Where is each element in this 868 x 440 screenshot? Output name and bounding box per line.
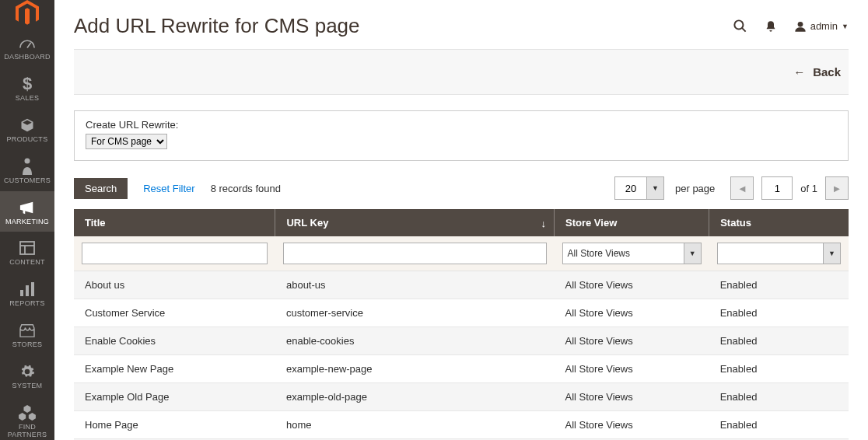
search-icon[interactable] — [733, 19, 747, 33]
cell-store-view: All Store Views — [555, 411, 709, 439]
back-button[interactable]: ← Back — [793, 65, 849, 79]
filter-status-select[interactable]: ▼ — [717, 243, 841, 264]
svg-point-1 — [25, 158, 30, 163]
prev-page-button[interactable]: ◄ — [730, 176, 754, 200]
svg-line-0 — [27, 43, 31, 47]
user-menu-trigger[interactable]: admin ▼ — [794, 20, 849, 33]
cell-title: Customer Service — [74, 299, 275, 327]
create-type-select[interactable]: For CMS page — [86, 134, 167, 149]
table-row[interactable]: Home PagehomeAll Store ViewsEnabled — [74, 411, 849, 439]
nav-customers[interactable]: CUSTOMERS — [0, 150, 54, 191]
nav-label: DASHBOARD — [4, 54, 51, 61]
svg-point-10 — [797, 22, 803, 27]
svg-rect-6 — [26, 285, 29, 296]
megaphone-icon — [19, 199, 36, 216]
col-url-key[interactable]: URL Key↓ — [275, 209, 555, 236]
cms-pages-grid: Title URL Key↓ Store View Status All Sto… — [74, 209, 849, 440]
col-status[interactable]: Status — [709, 209, 849, 236]
create-label: Create URL Rewrite: — [86, 119, 837, 131]
nav-stores[interactable]: STORES — [0, 314, 54, 355]
nav-find-partners-extensions[interactable]: FIND PARTNERS& EXTENSIONS — [0, 396, 54, 440]
cell-status: Enabled — [709, 299, 849, 327]
table-row[interactable]: About usabout-usAll Store ViewsEnabled — [74, 271, 849, 299]
reset-filter-link[interactable]: Reset Filter — [143, 183, 194, 194]
nav-label: MARKETING — [5, 218, 49, 226]
cell-store-view: All Store Views — [555, 327, 709, 355]
svg-point-8 — [734, 20, 743, 29]
per-page-select[interactable]: ▼ — [614, 176, 664, 200]
create-url-rewrite-box: Create URL Rewrite: For CMS page — [74, 110, 849, 161]
chevron-down-icon: ▼ — [684, 243, 701, 264]
table-row[interactable]: Customer Servicecustomer-serviceAll Stor… — [74, 299, 849, 327]
cell-url-key: about-us — [275, 271, 555, 299]
cell-store-view: All Store Views — [555, 355, 709, 383]
user-icon — [794, 20, 807, 33]
nav-products[interactable]: PRODUCTS — [0, 109, 54, 150]
table-row[interactable]: Example New Pageexample-new-pageAll Stor… — [74, 355, 849, 383]
header-actions: admin ▼ — [733, 19, 849, 33]
next-page-button[interactable]: ► — [825, 176, 849, 200]
filter-storeview-select[interactable]: All Store Views ▼ — [562, 243, 702, 264]
col-store-view[interactable]: Store View — [555, 209, 709, 236]
cell-url-key: example-new-page — [275, 355, 555, 383]
cell-title: Example New Page — [74, 355, 275, 383]
cell-url-key: customer-service — [275, 299, 555, 327]
per-page-input[interactable] — [615, 177, 646, 199]
arrow-left-icon: ← — [793, 65, 805, 79]
cell-status: Enabled — [709, 271, 849, 299]
layout-icon — [19, 239, 35, 257]
cell-store-view: All Store Views — [555, 383, 709, 411]
cubes-icon — [19, 404, 36, 421]
page-header: Add URL Rewrite for CMS page admin ▼ — [74, 0, 849, 49]
notifications-icon[interactable] — [765, 19, 777, 33]
table-row[interactable]: Enable Cookiesenable-cookiesAll Store Vi… — [74, 327, 849, 355]
person-icon — [22, 158, 33, 175]
cell-status: Enabled — [709, 327, 849, 355]
cell-status: Enabled — [709, 383, 849, 411]
cell-url-key: enable-cookies — [275, 327, 555, 355]
filter-urlkey-input[interactable] — [283, 243, 547, 264]
per-page-label: per page — [675, 183, 715, 194]
nav-label: FIND PARTNERS& EXTENSIONS — [0, 424, 54, 440]
records-found: 8 records found — [211, 183, 281, 194]
nav-label: STORES — [12, 341, 43, 349]
chevron-down-icon: ▼ — [823, 243, 840, 264]
nav-label: SYSTEM — [12, 382, 43, 390]
grid-controls: Search Reset Filter 8 records found ▼ pe… — [74, 176, 849, 200]
of-pages-label: of 1 — [800, 183, 817, 194]
dashboard-icon — [19, 34, 36, 51]
search-button[interactable]: Search — [74, 178, 128, 199]
nav-label: SALES — [16, 95, 40, 103]
chevron-down-icon: ▼ — [842, 23, 849, 30]
cell-url-key: example-old-page — [275, 383, 555, 411]
svg-rect-7 — [31, 282, 34, 296]
nav-content[interactable]: CONTENT — [0, 232, 54, 273]
nav-label: CUSTOMERS — [4, 177, 51, 185]
table-row[interactable]: Example Old Pageexample-old-pageAll Stor… — [74, 383, 849, 411]
cell-status: Enabled — [709, 411, 849, 439]
cell-status: Enabled — [709, 355, 849, 383]
nav-label: PRODUCTS — [7, 136, 48, 144]
main-content: Add URL Rewrite for CMS page admin ▼ ← B… — [54, 0, 868, 440]
nav-sales[interactable]: $SALES — [0, 68, 54, 109]
nav-dashboard[interactable]: DASHBOARD — [0, 26, 54, 68]
svg-rect-2 — [20, 242, 34, 254]
filter-title-input[interactable] — [82, 243, 268, 264]
nav-reports[interactable]: REPORTS — [0, 273, 54, 314]
svg-line-9 — [742, 28, 746, 32]
nav-system[interactable]: SYSTEM — [0, 355, 54, 396]
col-title[interactable]: Title — [74, 209, 275, 236]
nav-label: CONTENT — [9, 259, 45, 267]
cell-store-view: All Store Views — [555, 271, 709, 299]
dollar-icon: $ — [23, 75, 32, 93]
chevron-down-icon[interactable]: ▼ — [646, 177, 663, 199]
gear-icon — [19, 363, 35, 380]
magento-logo[interactable] — [0, 0, 54, 26]
bars-icon — [19, 281, 35, 298]
filter-row: All Store Views ▼ ▼ — [74, 236, 849, 271]
back-label: Back — [813, 65, 841, 79]
cell-title: Enable Cookies — [74, 327, 275, 355]
nav-marketing[interactable]: MARKETING — [0, 191, 54, 232]
page-input[interactable] — [761, 176, 793, 200]
cell-url-key: home — [275, 411, 555, 439]
